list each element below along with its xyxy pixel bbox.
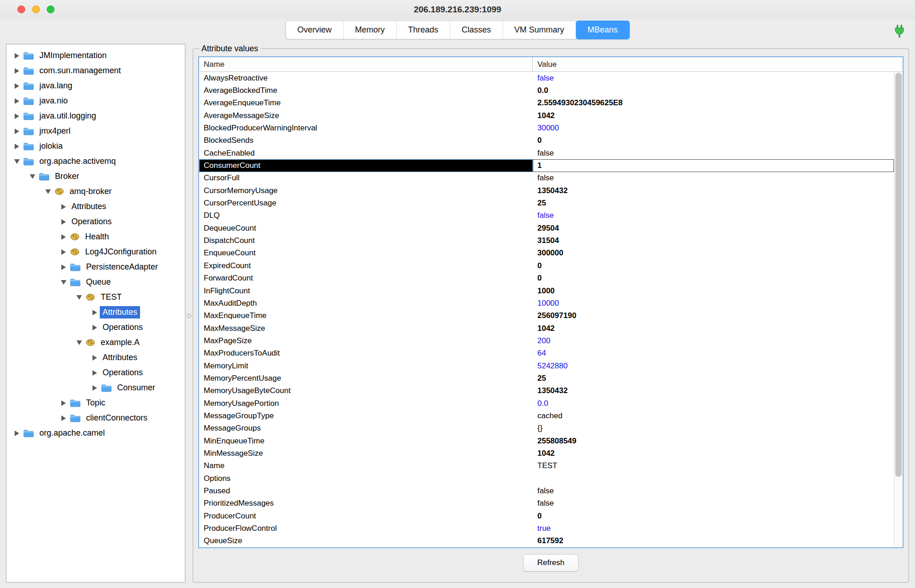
- tree-item-java-util-logging[interactable]: java.util.logging: [6, 108, 185, 124]
- attribute-name[interactable]: MaxEnqueueTime: [199, 310, 533, 322]
- attribute-row[interactable]: MinMessageSize1042: [199, 447, 894, 459]
- attribute-name[interactable]: ProducerFlowControl: [199, 522, 533, 534]
- refresh-button[interactable]: Refresh: [523, 554, 579, 572]
- expand-arrow-icon[interactable]: [59, 415, 69, 421]
- attribute-row[interactable]: MaxProducersToAudit64: [199, 347, 894, 360]
- tree-item-jolokia[interactable]: jolokia: [6, 139, 185, 154]
- attribute-row[interactable]: Options: [199, 472, 894, 485]
- attribute-name[interactable]: CursorMemoryUsage: [199, 184, 533, 197]
- attribute-value[interactable]: false: [533, 72, 894, 84]
- column-header-name[interactable]: Name: [199, 57, 533, 71]
- attribute-value[interactable]: [533, 472, 894, 485]
- scrollbar-thumb[interactable]: [895, 73, 902, 477]
- attribute-name[interactable]: CacheEnabled: [199, 147, 533, 159]
- attribute-value[interactable]: 1000: [533, 285, 894, 297]
- expand-arrow-icon[interactable]: [90, 370, 100, 376]
- attribute-value[interactable]: false: [533, 172, 894, 184]
- attribute-value[interactable]: 2.5594930230459625E8: [533, 97, 894, 109]
- attribute-row[interactable]: Pausedfalse: [199, 485, 894, 497]
- attribute-row[interactable]: AlwaysRetroactivefalse: [199, 72, 894, 84]
- attribute-name[interactable]: PrioritizedMessages: [199, 497, 533, 510]
- attribute-name[interactable]: AlwaysRetroactive: [199, 72, 533, 84]
- expand-arrow-icon[interactable]: [12, 144, 22, 149]
- expand-arrow-icon[interactable]: [59, 249, 69, 255]
- attribute-value[interactable]: 5242880: [533, 360, 894, 372]
- attribute-name[interactable]: MemoryLimit: [199, 360, 533, 372]
- attribute-row[interactable]: NameTEST: [199, 460, 894, 472]
- collapse-arrow-icon[interactable]: [12, 159, 22, 164]
- attribute-name[interactable]: DequeueCount: [199, 222, 533, 234]
- attribute-value[interactable]: TEST: [533, 460, 894, 472]
- attribute-name[interactable]: ForwardCount: [199, 272, 533, 285]
- tree-item-org-apache-camel[interactable]: org.apache.camel: [6, 426, 185, 441]
- attribute-row[interactable]: BlockedProducerWarningInterval30000: [199, 122, 894, 134]
- attribute-value[interactable]: 10000: [533, 297, 894, 309]
- attribute-name[interactable]: MinEnqueueTime: [199, 435, 533, 447]
- attribute-row[interactable]: MessageGroups{}: [199, 422, 894, 435]
- attribute-value[interactable]: 31504: [533, 234, 894, 247]
- attribute-name[interactable]: MaxPageSize: [199, 334, 533, 347]
- tree-item-persistenceadapter[interactable]: PersistenceAdapter: [6, 259, 185, 275]
- attribute-row[interactable]: MinEnqueueTime255808549: [199, 435, 894, 447]
- attribute-value[interactable]: 256097190: [533, 310, 894, 322]
- tree-item-jmimplementation[interactable]: JMImplementation: [6, 48, 185, 63]
- expand-arrow-icon[interactable]: [90, 385, 100, 391]
- attribute-row[interactable]: EnqueueCount300000: [199, 247, 894, 259]
- tree-item-consumer[interactable]: Consumer: [6, 380, 185, 395]
- column-header-value[interactable]: Value: [533, 57, 903, 71]
- expand-arrow-icon[interactable]: [12, 98, 22, 104]
- expand-arrow-icon[interactable]: [90, 355, 100, 361]
- attribute-row[interactable]: DispatchCount31504: [199, 234, 894, 247]
- attribute-name[interactable]: Options: [199, 472, 533, 485]
- attribute-name[interactable]: CursorFull: [199, 172, 533, 184]
- attribute-row[interactable]: CacheEnabledfalse: [199, 147, 894, 159]
- attribute-row[interactable]: ProducerFlowControltrue: [199, 522, 894, 534]
- attribute-value[interactable]: false: [533, 485, 894, 497]
- attribute-row[interactable]: MemoryUsagePortion0.0: [199, 397, 894, 410]
- tree-item-java-lang[interactable]: java.lang: [6, 78, 185, 93]
- tree-item-queue[interactable]: Queue: [6, 275, 185, 290]
- attribute-name[interactable]: MessageGroupType: [199, 410, 533, 422]
- expand-arrow-icon[interactable]: [12, 83, 22, 89]
- tree-item-amq-broker[interactable]: amq-broker: [6, 184, 185, 199]
- tree-item-com-sun-management[interactable]: com.sun.management: [6, 63, 185, 78]
- collapse-arrow-icon[interactable]: [74, 295, 84, 300]
- attribute-row[interactable]: MessageGroupTypecached: [199, 410, 894, 422]
- collapse-arrow-icon[interactable]: [27, 174, 38, 179]
- attribute-value[interactable]: 0: [533, 259, 894, 272]
- attribute-name[interactable]: DLQ: [199, 210, 533, 222]
- collapse-arrow-icon[interactable]: [74, 340, 84, 345]
- expand-arrow-icon[interactable]: [12, 431, 22, 436]
- attribute-name[interactable]: QueueSize: [199, 535, 533, 547]
- tree-item-clientconnectors[interactable]: clientConnectors: [6, 410, 185, 426]
- attribute-value[interactable]: 1350432: [533, 184, 894, 197]
- tab-mbeans[interactable]: MBeans: [576, 21, 630, 39]
- attribute-row[interactable]: AverageMessageSize1042: [199, 109, 894, 122]
- attribute-name[interactable]: DispatchCount: [199, 234, 533, 247]
- attribute-row[interactable]: MaxPageSize200: [199, 334, 894, 347]
- attribute-row[interactable]: DequeueCount29504: [199, 222, 894, 234]
- attribute-name[interactable]: Paused: [199, 485, 533, 497]
- attribute-row[interactable]: MaxEnqueueTime256097190: [199, 310, 894, 322]
- attribute-value[interactable]: cached: [533, 410, 894, 422]
- tree-item-jmx4perl[interactable]: jmx4perl: [6, 124, 185, 139]
- attribute-name[interactable]: AverageMessageSize: [199, 109, 533, 122]
- expand-arrow-icon[interactable]: [59, 219, 69, 225]
- attribute-row[interactable]: AverageBlockedTime0.0: [199, 84, 894, 97]
- attribute-name[interactable]: BlockedProducerWarningInterval: [199, 122, 533, 134]
- tree-item-test[interactable]: TEST: [6, 290, 185, 305]
- attribute-value[interactable]: false: [533, 497, 894, 510]
- attribute-name[interactable]: MaxAuditDepth: [199, 297, 533, 309]
- attribute-value[interactable]: 25: [533, 372, 894, 384]
- divider-handle[interactable]: [187, 313, 191, 318]
- tree-item-java-nio[interactable]: java.nio: [6, 93, 185, 108]
- attribute-name[interactable]: MemoryUsageByteCount: [199, 385, 533, 397]
- expand-arrow-icon[interactable]: [59, 264, 69, 270]
- attribute-value[interactable]: {}: [533, 422, 894, 435]
- expand-arrow-icon[interactable]: [90, 310, 100, 315]
- tree-item-broker[interactable]: Broker: [6, 169, 185, 184]
- attribute-name[interactable]: AverageEnqueueTime: [199, 97, 533, 109]
- attribute-value[interactable]: 1042: [533, 322, 894, 334]
- tree-item-org-apache-activemq[interactable]: org.apache.activemq: [6, 154, 185, 169]
- attribute-name[interactable]: EnqueueCount: [199, 247, 533, 259]
